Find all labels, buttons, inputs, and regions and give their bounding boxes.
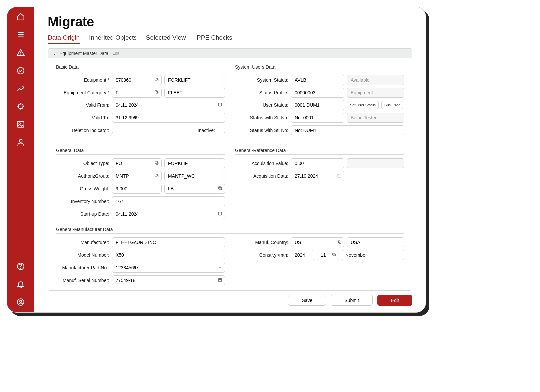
lbl-constr: Constr.yr/mth: <box>235 252 288 258</box>
section-basic-data: Basic Data Equipment:* Equipment Categor… <box>56 61 225 138</box>
edit-button[interactable]: Edit <box>377 295 412 306</box>
section-title-sys: System-Users Data <box>235 61 404 71</box>
section-general-data: General Data Object Type: AuthorizGroup: <box>56 144 225 221</box>
authg-field[interactable] <box>112 171 162 181</box>
lbl-manuf: Manufacturer: <box>56 240 109 245</box>
valid-to-field[interactable] <box>112 113 225 123</box>
profile-field[interactable] <box>291 88 344 98</box>
equipment-code-field[interactable] <box>112 75 162 85</box>
model-field[interactable] <box>112 250 225 260</box>
tab-ippe-checks[interactable]: iPPE Checks <box>195 34 232 44</box>
help-icon[interactable] <box>16 262 25 271</box>
target-icon[interactable] <box>16 102 25 111</box>
lbl-equipment: Equipment:* <box>56 77 109 83</box>
lbl-acq-val: Acquisition Value: <box>235 161 288 166</box>
main-content: Migrate Data Origin Inherited Objects Se… <box>34 7 426 312</box>
home-icon[interactable] <box>16 12 25 21</box>
acq-val-field[interactable] <box>291 158 344 168</box>
lbl-acq-date: Acquisition Data: <box>235 173 288 179</box>
warning-icon[interactable] <box>16 48 25 57</box>
stno1-desc <box>347 113 404 123</box>
user-status-field[interactable] <box>291 100 344 110</box>
lbl-weight: Gross Weight: <box>56 186 109 191</box>
lbl-country: Manuf. Country: <box>235 240 288 245</box>
stno2-field[interactable] <box>291 125 404 135</box>
weight-field[interactable] <box>112 184 162 194</box>
panel-equipment-master: ⌄ Equipment Master Data Edit Basic Data … <box>48 48 412 291</box>
tab-bar: Data Origin Inherited Objects Selected V… <box>48 34 412 44</box>
trend-icon[interactable] <box>16 84 25 93</box>
app-window: Migrate Data Origin Inherited Objects Se… <box>7 7 426 313</box>
constr-month-name-field[interactable] <box>342 250 404 260</box>
authg-desc[interactable] <box>164 171 225 181</box>
tab-data-origin[interactable]: Data Origin <box>48 34 80 44</box>
constr-year-field[interactable] <box>291 250 314 260</box>
svg-point-10 <box>23 106 24 107</box>
svg-point-6 <box>18 104 23 109</box>
svg-point-4 <box>20 54 21 55</box>
svg-point-5 <box>17 67 24 74</box>
lbl-user-status: User Status: <box>235 102 288 108</box>
menu-icon[interactable] <box>16 30 25 39</box>
inv-field[interactable] <box>112 196 225 206</box>
inactive-checkbox[interactable] <box>220 128 225 133</box>
equipment-desc-field[interactable] <box>164 75 225 85</box>
lbl-sys-status: System Status: <box>235 77 288 83</box>
section-general-reference: General-Reference Data Acquisition Value… <box>235 144 404 221</box>
profile-desc <box>347 88 404 98</box>
manuf-field[interactable] <box>112 237 225 247</box>
serial-field[interactable] <box>112 275 225 285</box>
lbl-model: Model Number: <box>56 252 109 258</box>
lbl-valid-to: Valid To: <box>56 115 109 120</box>
weight-unit-field[interactable] <box>164 184 225 194</box>
panel-edit-link[interactable]: Edit <box>112 51 119 56</box>
svg-point-17 <box>20 300 22 303</box>
bus-proc-button[interactable]: Bus. Proc <box>381 101 403 109</box>
obj-type-field[interactable] <box>112 158 162 168</box>
tab-inherited-objects[interactable]: Inherited Objects <box>89 34 137 44</box>
lbl-serial: Manuf. Serial Number: <box>56 278 109 283</box>
check-circle-icon[interactable] <box>16 66 25 75</box>
image-icon[interactable] <box>16 120 25 129</box>
partno-field[interactable] <box>112 263 225 273</box>
section-system-users: System-Users Data System Status: Status … <box>235 61 404 138</box>
section-title-manuf: General-Manufacturer Data <box>56 223 404 234</box>
user-icon[interactable] <box>16 138 25 147</box>
obj-type-desc[interactable] <box>164 158 225 168</box>
lbl-obj-type: Object Type: <box>56 161 109 166</box>
constr-month-field[interactable] <box>317 250 339 260</box>
category-code-field[interactable] <box>112 88 162 98</box>
save-button[interactable]: Save <box>288 295 326 306</box>
lbl-category: Equipment Category:* <box>56 90 109 95</box>
section-title-ref: General-Reference Data <box>235 144 404 155</box>
lbl-deletion: Deletion Indicator: <box>56 128 109 133</box>
page-title: Migrate <box>48 14 412 29</box>
set-user-status-button[interactable]: Set User Status <box>347 101 379 109</box>
panel-header[interactable]: ⌄ Equipment Master Data Edit <box>48 49 412 58</box>
acq-val-desc <box>347 158 404 168</box>
svg-point-8 <box>20 109 21 109</box>
submit-button[interactable]: Submit <box>331 295 373 306</box>
svg-point-13 <box>19 139 22 142</box>
tab-selected-view[interactable]: Selected View <box>146 34 186 44</box>
sys-status-field[interactable] <box>291 75 344 85</box>
lbl-profile: Status Profile: <box>235 90 288 95</box>
deletion-checkbox[interactable] <box>112 128 117 133</box>
valid-from-field[interactable] <box>112 100 225 110</box>
startup-field[interactable] <box>112 209 225 219</box>
country-name-field[interactable] <box>347 237 404 247</box>
acq-date-field[interactable] <box>291 171 344 181</box>
panel-title: Equipment Master Data <box>59 51 108 56</box>
country-code-field[interactable] <box>291 237 344 247</box>
lbl-inactive: Inactive: <box>198 128 215 133</box>
sidebar <box>7 7 34 312</box>
stno1-field[interactable] <box>291 113 344 123</box>
category-desc-field[interactable] <box>164 88 225 98</box>
svg-rect-11 <box>17 121 24 127</box>
account-icon[interactable] <box>16 298 25 306</box>
lbl-authg: AuthorizGroup: <box>56 173 109 179</box>
section-manuf-right: Manuf. Country: Constr.yr/mth: <box>235 237 404 288</box>
bell-icon[interactable] <box>16 280 25 289</box>
lbl-stno2: Status with St. No: <box>235 128 288 133</box>
footer-actions: Save Submit Edit <box>48 291 412 306</box>
